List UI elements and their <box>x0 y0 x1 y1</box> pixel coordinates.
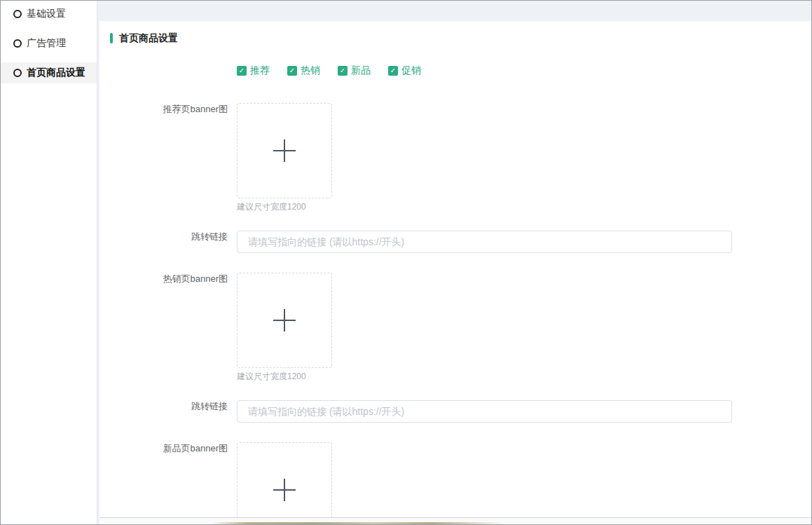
field-label: 跳转链接 <box>99 231 237 243</box>
sidebar: 基础设置 广告管理 首页商品设置 <box>1 1 97 524</box>
upload-box-new-product-banner[interactable] <box>237 442 332 518</box>
field-label: 热销页banner图 <box>99 273 237 285</box>
bottom-image-sliver <box>212 522 506 524</box>
category-row: ✓ 推荐 ✓ 热销 ✓ 新品 ✓ 促销 <box>99 64 811 77</box>
link-input-recommend[interactable] <box>237 231 732 253</box>
upload-box-recommend-banner[interactable] <box>237 103 332 198</box>
check-icon: ✓ <box>388 66 398 76</box>
check-icon: ✓ <box>287 66 297 76</box>
category-checkbox-group: ✓ 推荐 ✓ 热销 ✓ 新品 ✓ 促销 <box>237 64 439 77</box>
section-header: 首页商品设置 <box>110 33 811 43</box>
accent-bar <box>110 33 113 43</box>
checkbox-promotion[interactable]: ✓ 促销 <box>388 64 421 77</box>
upload-column: 建议尺寸宽度1200 <box>237 273 332 381</box>
settings-card: 首页商品设置 ✓ 推荐 ✓ 热销 ✓ <box>99 21 811 518</box>
hot-sale-banner-row: 热销页banner图 建议尺寸宽度1200 <box>99 273 811 381</box>
bottom-strip <box>99 518 811 524</box>
checkbox-label: 推荐 <box>250 64 270 77</box>
field-label: 推荐页banner图 <box>99 103 237 115</box>
recommend-link-row: 跳转链接 <box>99 231 811 253</box>
sidebar-item-home-product-settings[interactable]: 首页商品设置 <box>1 62 97 83</box>
check-icon: ✓ <box>338 66 347 76</box>
upload-column: 建议尺寸宽度1200 <box>237 103 332 211</box>
hot-sale-link-row: 跳转链接 <box>99 400 811 423</box>
link-input-hot-sale[interactable] <box>237 400 732 423</box>
checkbox-label: 热销 <box>301 64 320 77</box>
plus-icon <box>273 309 296 332</box>
circle-icon <box>13 69 22 77</box>
circle-icon <box>13 10 22 18</box>
settings-form: ✓ 推荐 ✓ 热销 ✓ 新品 ✓ 促销 <box>99 64 811 518</box>
spacer-label <box>99 64 237 65</box>
plus-icon <box>273 479 296 501</box>
new-product-banner-row: 新品页banner图 <box>99 442 811 518</box>
field-label: 新品页banner图 <box>99 442 237 454</box>
checkbox-new-product[interactable]: ✓ 新品 <box>338 64 371 77</box>
upload-hint: 建议尺寸宽度1200 <box>237 372 332 381</box>
check-icon: ✓ <box>237 66 247 76</box>
checkbox-hot-sale[interactable]: ✓ 热销 <box>287 64 320 77</box>
circle-icon <box>13 39 22 48</box>
page: 基础设置 广告管理 首页商品设置 首页商品设置 ✓ <box>0 0 812 525</box>
content-area: 首页商品设置 ✓ 推荐 ✓ 热销 ✓ <box>98 1 811 524</box>
field-label: 跳转链接 <box>99 400 237 412</box>
sidebar-item-label: 首页商品设置 <box>27 67 85 79</box>
upload-column <box>237 442 332 518</box>
upload-box-hot-sale-banner[interactable] <box>237 273 332 368</box>
plus-icon <box>273 139 296 162</box>
checkbox-recommend[interactable]: ✓ 推荐 <box>237 64 270 77</box>
sidebar-item-basic-settings[interactable]: 基础设置 <box>1 4 97 25</box>
page-title: 首页商品设置 <box>119 32 178 45</box>
sidebar-item-ad-management[interactable]: 广告管理 <box>1 33 97 54</box>
sidebar-item-label: 基础设置 <box>27 8 66 20</box>
checkbox-label: 新品 <box>351 64 371 77</box>
upload-hint: 建议尺寸宽度1200 <box>237 203 332 211</box>
checkbox-label: 促销 <box>401 64 421 77</box>
sidebar-item-label: 广告管理 <box>27 37 66 50</box>
recommend-banner-row: 推荐页banner图 建议尺寸宽度1200 <box>99 103 811 211</box>
